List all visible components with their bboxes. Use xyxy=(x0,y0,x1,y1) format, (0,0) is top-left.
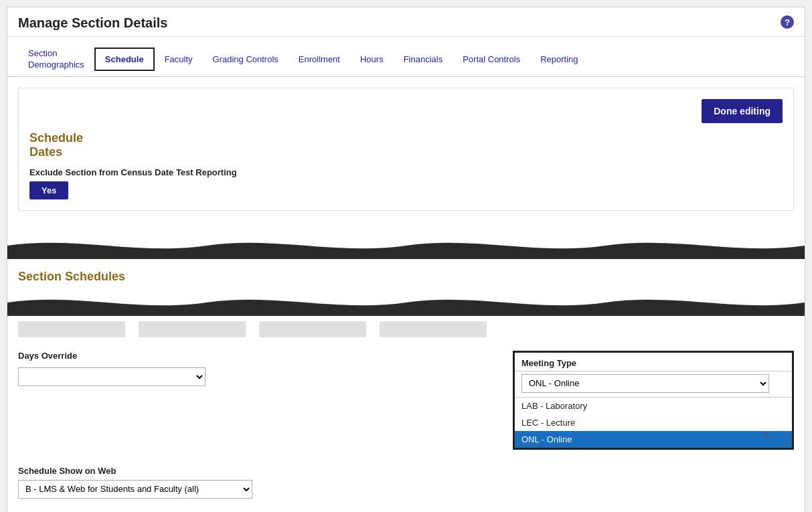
cursor-icon: ↖ xyxy=(763,430,772,442)
section-schedules-heading: Section Schedules xyxy=(7,259,805,289)
schedule-dates-heading: Schedule Dates xyxy=(29,131,783,159)
wave-divider-2 xyxy=(7,289,805,316)
placeholder-bar-4 xyxy=(380,321,487,337)
placeholder-bar-2 xyxy=(139,321,246,337)
done-editing-button[interactable]: Done editing xyxy=(702,99,783,123)
page-wrapper: Manage Section Details ? SectionDemograp… xyxy=(7,7,805,512)
wave-divider-1 xyxy=(7,232,805,259)
option-onl[interactable]: ONL - Online ↖ xyxy=(515,431,792,448)
top-placeholders xyxy=(7,316,805,343)
comment1-label: Comment 1 xyxy=(7,507,805,512)
days-override-select[interactable]: M T W TH F S SU xyxy=(18,367,206,386)
tab-reporting[interactable]: Reporting xyxy=(530,48,588,70)
dropdown-options: LAB - Laboratory LEC - Lecture ONL - Onl… xyxy=(515,397,792,448)
tab-enrollment[interactable]: Enrollment xyxy=(289,48,350,70)
tab-schedule[interactable]: Schedule xyxy=(94,48,155,71)
schedule-dates-block: Done editing Schedule Dates Exclude Sect… xyxy=(18,88,794,211)
meeting-type-select-row: LAB - Laboratory LEC - Lecture ONL - Onl… xyxy=(515,371,792,397)
schedule-show-row: Schedule Show on Web B - LMS & Web for S… xyxy=(7,458,805,507)
yes-button[interactable]: Yes xyxy=(29,181,68,199)
page-header: Manage Section Details ? xyxy=(7,7,805,37)
content-area: Done editing Schedule Dates Exclude Sect… xyxy=(7,88,805,232)
exclude-label: Exclude Section from Census Date Test Re… xyxy=(29,167,783,177)
form-row-days-meeting: Days Override M T W TH F S SU Meeting Ty… xyxy=(7,343,805,458)
option-lab[interactable]: LAB - Laboratory xyxy=(515,398,792,414)
page-title: Manage Section Details xyxy=(18,15,167,31)
option-lec[interactable]: LEC - Lecture xyxy=(515,414,792,431)
help-icon[interactable]: ? xyxy=(781,15,794,29)
schedule-show-label: Schedule Show on Web xyxy=(18,466,794,476)
meeting-type-label: Meeting Type xyxy=(515,353,792,371)
days-override-label: Days Override xyxy=(18,351,499,361)
tab-hours[interactable]: Hours xyxy=(350,48,394,70)
tab-portal-controls[interactable]: Portal Controls xyxy=(453,48,530,70)
tab-section-demographics[interactable]: SectionDemographics xyxy=(18,42,94,77)
placeholder-bar-3 xyxy=(259,321,366,337)
tab-faculty[interactable]: Faculty xyxy=(155,48,203,70)
placeholder-bar-1 xyxy=(18,321,125,337)
meeting-type-select[interactable]: LAB - Laboratory LEC - Lecture ONL - Onl… xyxy=(521,374,769,393)
tab-financials[interactable]: Financials xyxy=(394,48,453,70)
days-override-field: Days Override M T W TH F S SU xyxy=(18,351,499,386)
schedule-show-select[interactable]: B - LMS & Web for Students and Faculty (… xyxy=(18,480,252,499)
tab-grading-controls[interactable]: Grading Controls xyxy=(203,48,289,70)
meeting-type-dropdown[interactable]: Meeting Type LAB - Laboratory LEC - Lect… xyxy=(513,351,794,450)
done-editing-row: Done editing xyxy=(29,99,783,123)
tab-nav: SectionDemographics Schedule Faculty Gra… xyxy=(7,37,805,77)
